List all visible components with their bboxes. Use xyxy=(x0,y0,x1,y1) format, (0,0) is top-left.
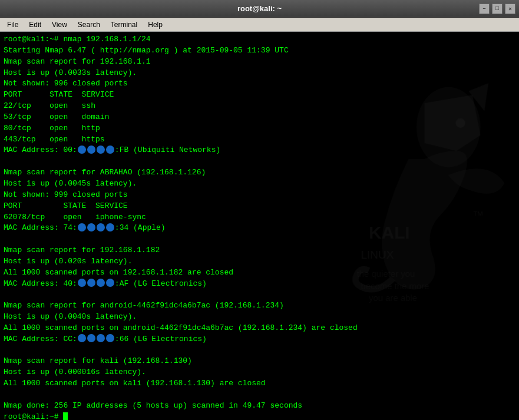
port-22: 22/tcp open ssh xyxy=(4,101,95,110)
menu-file[interactable]: File xyxy=(2,19,23,30)
mac-4: MAC Address: CC::66 (LG Electronics) xyxy=(4,335,207,343)
menu-terminal[interactable]: Terminal xyxy=(106,19,142,30)
port-443: 443/tcp open https xyxy=(4,135,105,144)
menu-edit[interactable]: Edit xyxy=(24,19,46,30)
window-controls[interactable]: – □ ✕ xyxy=(479,4,515,14)
command-line: root@kali:~# nmap 192.168.1.1/24 xyxy=(4,35,151,44)
host-5-up: Host is up (0.000016s latency). xyxy=(4,368,146,376)
nmap-start: Starting Nmap 6.47 ( http://nmap.org ) a… xyxy=(4,46,289,55)
host-5-closed: All 1000 scanned ports on kali (192.168.… xyxy=(4,379,266,388)
prompt-final: root@kali:~# xyxy=(4,412,68,420)
report-5-header: Nmap scan report for kali (192.168.1.130… xyxy=(4,356,192,365)
port-header-1: PORT STATE SERVICE xyxy=(4,90,114,99)
report-3-header: Nmap scan report for 192.168.1.182 xyxy=(4,246,160,254)
terminal-window[interactable]: KALI LINUX the quieter you become the mo… xyxy=(0,32,519,420)
close-button[interactable]: ✕ xyxy=(505,4,515,14)
report-2-header: Nmap scan report for ABRAHAO (192.168.1.… xyxy=(4,168,206,177)
port-header-2: PORT STATE SERVICE xyxy=(4,201,128,210)
menu-search[interactable]: Search xyxy=(73,19,105,30)
mac-3: MAC Address: 40::AF (LG Electronics) xyxy=(4,279,207,288)
host-3-up: Host is up (0.020s latency). xyxy=(4,257,132,266)
mac-1: MAC Address: 00::FB (Ubiquiti Networks) xyxy=(4,145,220,154)
host-2-up: Host is up (0.0045s latency). xyxy=(4,179,137,188)
cursor xyxy=(63,412,68,420)
menu-help[interactable]: Help xyxy=(143,19,167,30)
menu-view[interactable]: View xyxy=(47,19,72,30)
port-53: 53/tcp open domain xyxy=(4,113,109,121)
report-4-header: Nmap scan report for android-4462f91dc4a… xyxy=(4,301,284,310)
host-1-closed: Not shown: 996 closed ports xyxy=(4,79,128,88)
menu-bar: File Edit View Search Terminal Help xyxy=(0,18,519,32)
host-4-closed: All 1000 scanned ports on android-4462f9… xyxy=(4,323,358,332)
maximize-button[interactable]: □ xyxy=(492,4,503,14)
port-80: 80/tcp open http xyxy=(4,124,100,133)
mac-2: MAC Address: 74::34 (Apple) xyxy=(4,223,166,232)
port-62078: 62078/tcp open iphone-sync xyxy=(4,213,146,221)
window-title: root@kali: ~ xyxy=(237,4,282,13)
title-bar: root@kali: ~ – □ ✕ xyxy=(0,0,519,18)
host-4-up: Host is up (0.0040s latency). xyxy=(4,312,137,321)
host-1-up: Host is up (0.0033s latency). xyxy=(4,68,137,77)
report-1-header: Nmap scan report for 192.168.1.1 xyxy=(4,57,151,66)
host-3-closed: All 1000 scanned ports on 192.168.1.182 … xyxy=(4,268,233,277)
host-2-closed: Not shown: 999 closed ports xyxy=(4,190,128,199)
minimize-button[interactable]: – xyxy=(479,4,490,14)
terminal-output: root@kali:~# nmap 192.168.1.1/24 Startin… xyxy=(4,34,515,420)
nmap-done: Nmap done: 256 IP addresses (5 hosts up)… xyxy=(4,401,302,410)
